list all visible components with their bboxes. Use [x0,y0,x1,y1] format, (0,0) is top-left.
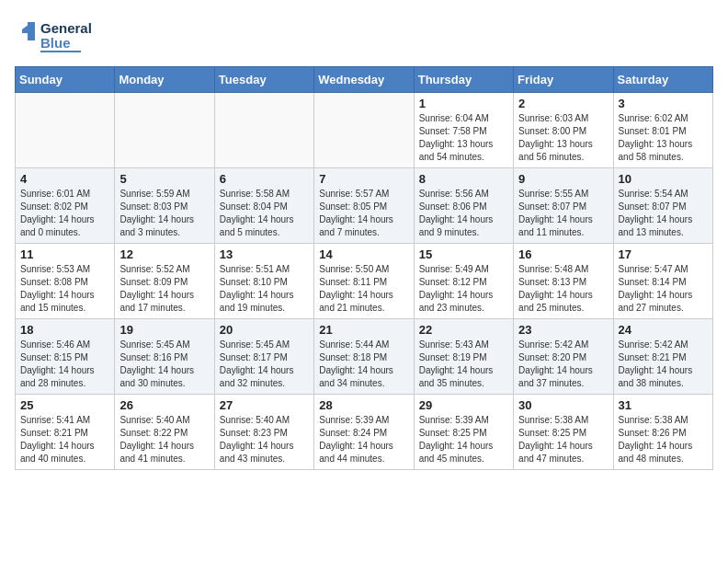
day-info: Sunrise: 6:03 AM Sunset: 8:00 PM Dayligh… [518,112,608,164]
calendar-week-3: 11Sunrise: 5:53 AM Sunset: 8:08 PM Dayli… [16,244,713,319]
logo: General Blue [15,15,125,59]
day-number: 7 [319,172,408,186]
day-number: 3 [619,97,708,110]
day-info: Sunrise: 5:44 AM Sunset: 8:18 PM Dayligh… [319,339,408,390]
day-number: 2 [518,97,608,110]
day-info: Sunrise: 5:45 AM Sunset: 8:16 PM Dayligh… [119,339,209,390]
calendar-cell: 4Sunrise: 6:01 AM Sunset: 8:02 PM Daylig… [16,168,115,244]
day-number: 27 [220,398,309,412]
day-info: Sunrise: 5:53 AM Sunset: 8:08 PM Dayligh… [20,263,109,315]
calendar-week-2: 4Sunrise: 6:01 AM Sunset: 8:02 PM Daylig… [16,168,713,244]
day-info: Sunrise: 5:39 AM Sunset: 8:25 PM Dayligh… [419,414,508,465]
calendar-cell: 5Sunrise: 5:59 AM Sunset: 8:03 PM Daylig… [115,168,214,244]
calendar-cell [214,93,313,168]
day-number: 11 [20,247,109,261]
day-number: 8 [419,172,508,186]
calendar-header-row: SundayMondayTuesdayWednesdayThursdayFrid… [16,67,713,93]
day-info: Sunrise: 5:48 AM Sunset: 8:13 PM Dayligh… [518,263,608,315]
calendar-cell: 17Sunrise: 5:47 AM Sunset: 8:14 PM Dayli… [613,244,712,319]
calendar-table: SundayMondayTuesdayWednesdayThursdayFrid… [15,66,713,470]
day-number: 15 [419,247,508,261]
day-info: Sunrise: 5:56 AM Sunset: 8:06 PM Dayligh… [419,188,508,239]
day-number: 20 [220,323,309,337]
calendar-cell: 7Sunrise: 5:57 AM Sunset: 8:05 PM Daylig… [314,168,414,244]
column-header-friday: Friday [514,67,613,93]
day-number: 5 [119,172,209,186]
logo-svg: General Blue [15,15,125,55]
day-number: 22 [419,323,508,337]
calendar-cell: 25Sunrise: 5:41 AM Sunset: 8:21 PM Dayli… [16,395,115,470]
day-number: 14 [319,247,408,261]
day-number: 13 [220,247,309,261]
day-number: 19 [119,323,209,337]
day-number: 12 [119,247,209,261]
day-number: 28 [319,398,408,412]
day-info: Sunrise: 6:01 AM Sunset: 8:02 PM Dayligh… [20,188,109,239]
day-number: 9 [518,172,608,186]
calendar-cell: 9Sunrise: 5:55 AM Sunset: 8:07 PM Daylig… [514,168,613,244]
day-number: 31 [619,398,708,412]
calendar-cell: 3Sunrise: 6:02 AM Sunset: 8:01 PM Daylig… [613,93,712,168]
calendar-cell: 2Sunrise: 6:03 AM Sunset: 8:00 PM Daylig… [514,93,613,168]
calendar-cell: 28Sunrise: 5:39 AM Sunset: 8:24 PM Dayli… [314,395,414,470]
day-info: Sunrise: 5:40 AM Sunset: 8:22 PM Dayligh… [119,414,209,465]
day-info: Sunrise: 5:39 AM Sunset: 8:24 PM Dayligh… [319,414,408,465]
day-number: 10 [619,172,708,186]
day-info: Sunrise: 5:40 AM Sunset: 8:23 PM Dayligh… [220,414,309,465]
day-number: 4 [20,172,109,186]
calendar-week-4: 18Sunrise: 5:46 AM Sunset: 8:15 PM Dayli… [16,319,713,395]
calendar-cell: 18Sunrise: 5:46 AM Sunset: 8:15 PM Dayli… [16,319,115,395]
calendar-cell: 19Sunrise: 5:45 AM Sunset: 8:16 PM Dayli… [115,319,214,395]
calendar-week-1: 1Sunrise: 6:04 AM Sunset: 7:58 PM Daylig… [16,93,713,168]
day-number: 26 [119,398,209,412]
day-number: 1 [419,97,508,110]
day-number: 6 [220,172,309,186]
calendar-cell: 6Sunrise: 5:58 AM Sunset: 8:04 PM Daylig… [214,168,313,244]
page-header: General Blue [15,15,713,59]
day-info: Sunrise: 5:58 AM Sunset: 8:04 PM Dayligh… [220,188,309,239]
calendar-cell: 15Sunrise: 5:49 AM Sunset: 8:12 PM Dayli… [414,244,513,319]
calendar-week-5: 25Sunrise: 5:41 AM Sunset: 8:21 PM Dayli… [16,395,713,470]
day-info: Sunrise: 5:54 AM Sunset: 8:07 PM Dayligh… [619,188,708,239]
day-info: Sunrise: 5:47 AM Sunset: 8:14 PM Dayligh… [619,263,708,315]
calendar-cell: 14Sunrise: 5:50 AM Sunset: 8:11 PM Dayli… [314,244,414,319]
calendar-cell: 30Sunrise: 5:38 AM Sunset: 8:25 PM Dayli… [514,395,613,470]
column-header-sunday: Sunday [16,67,115,93]
calendar-cell: 8Sunrise: 5:56 AM Sunset: 8:06 PM Daylig… [414,168,513,244]
calendar-cell: 26Sunrise: 5:40 AM Sunset: 8:22 PM Dayli… [115,395,214,470]
svg-text:General: General [40,20,92,36]
calendar-cell: 16Sunrise: 5:48 AM Sunset: 8:13 PM Dayli… [514,244,613,319]
day-number: 18 [20,323,109,337]
day-number: 29 [419,398,508,412]
calendar-cell: 31Sunrise: 5:38 AM Sunset: 8:26 PM Dayli… [613,395,712,470]
day-info: Sunrise: 5:59 AM Sunset: 8:03 PM Dayligh… [119,188,209,239]
day-info: Sunrise: 6:02 AM Sunset: 8:01 PM Dayligh… [619,112,708,164]
day-info: Sunrise: 5:41 AM Sunset: 8:21 PM Dayligh… [20,414,109,465]
day-info: Sunrise: 5:42 AM Sunset: 8:20 PM Dayligh… [518,339,608,390]
calendar-cell: 27Sunrise: 5:40 AM Sunset: 8:23 PM Dayli… [214,395,313,470]
day-number: 30 [518,398,608,412]
day-number: 25 [20,398,109,412]
calendar-cell: 22Sunrise: 5:43 AM Sunset: 8:19 PM Dayli… [414,319,513,395]
column-header-monday: Monday [115,67,214,93]
calendar-cell [115,93,214,168]
day-info: Sunrise: 5:46 AM Sunset: 8:15 PM Dayligh… [20,339,109,390]
day-number: 21 [319,323,408,337]
day-info: Sunrise: 5:51 AM Sunset: 8:10 PM Dayligh… [220,263,309,315]
calendar-cell: 1Sunrise: 6:04 AM Sunset: 7:58 PM Daylig… [414,93,513,168]
day-info: Sunrise: 6:04 AM Sunset: 7:58 PM Dayligh… [419,112,508,164]
day-info: Sunrise: 5:45 AM Sunset: 8:17 PM Dayligh… [220,339,309,390]
day-number: 24 [619,323,708,337]
calendar-cell [314,93,414,168]
calendar-cell: 23Sunrise: 5:42 AM Sunset: 8:20 PM Dayli… [514,319,613,395]
calendar-cell: 13Sunrise: 5:51 AM Sunset: 8:10 PM Dayli… [214,244,313,319]
calendar-cell: 12Sunrise: 5:52 AM Sunset: 8:09 PM Dayli… [115,244,214,319]
calendar-cell: 11Sunrise: 5:53 AM Sunset: 8:08 PM Dayli… [16,244,115,319]
day-info: Sunrise: 5:38 AM Sunset: 8:26 PM Dayligh… [619,414,708,465]
day-info: Sunrise: 5:43 AM Sunset: 8:19 PM Dayligh… [419,339,508,390]
column-header-tuesday: Tuesday [214,67,313,93]
column-header-thursday: Thursday [414,67,513,93]
day-info: Sunrise: 5:55 AM Sunset: 8:07 PM Dayligh… [518,188,608,239]
calendar-cell [16,93,115,168]
day-info: Sunrise: 5:50 AM Sunset: 8:11 PM Dayligh… [319,263,408,315]
